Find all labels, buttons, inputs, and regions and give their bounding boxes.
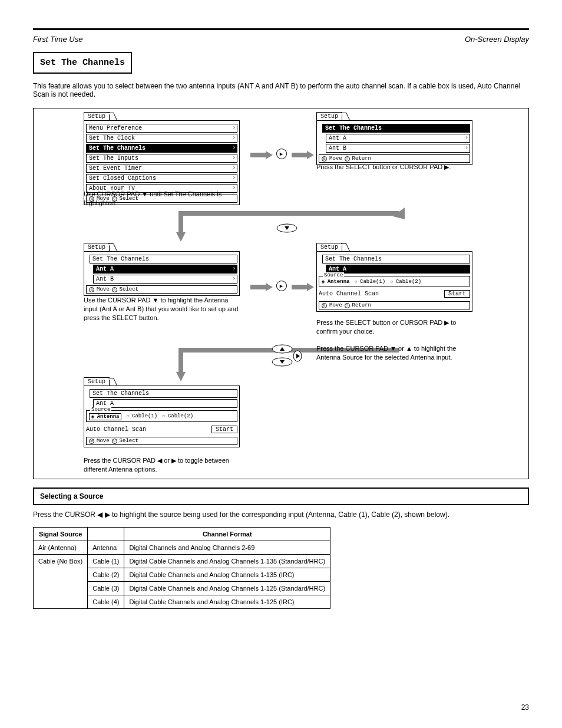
- svg-marker-6: [250, 283, 273, 291]
- arrow-right-icon: [250, 151, 273, 159]
- caption-3: Use the CURSOR PAD ▼ to highlight the An…: [84, 296, 240, 322]
- header-left: First Time Use: [33, 35, 82, 44]
- caption-1: Use CURSOR PAD ▼ until Set The Channels …: [84, 190, 240, 207]
- caption-4: Press the SELECT button or CURSOR PAD ▶ …: [316, 318, 472, 336]
- select-button-icon: ▶: [276, 281, 287, 291]
- svg-marker-3: [176, 232, 186, 242]
- source-table: Signal Source Channel Format Air (Antenn…: [33, 527, 330, 609]
- select-button-icon: ▶: [276, 149, 287, 159]
- caption-6: Press the CURSOR PAD ◀ or ▶ to toggle be…: [84, 456, 240, 474]
- cursor-down-icon: [272, 357, 293, 367]
- cursor-right-icon: [292, 350, 303, 362]
- arrow-right-icon: [250, 283, 273, 291]
- header-right: On-Screen Display: [465, 35, 529, 44]
- cursor-up-icon: [272, 344, 293, 354]
- osd-ant-a-detail: Setup Set The Channels Ant A Source Ante…: [316, 243, 472, 312]
- selecting-source-title: Selecting a Source: [33, 487, 529, 505]
- caption-2: Press the SELECT button or CURSOR PAD ▶.: [316, 163, 472, 172]
- selecting-source-text: Press the CURSOR ◀ ▶ to highlight the so…: [33, 510, 529, 520]
- flow-diagram: Setup Menu Preference› Set The Clock› Se…: [33, 108, 529, 479]
- intro-text: This feature allows you to select betwee…: [33, 82, 529, 98]
- osd-set-channels: Setup Set The Channels Ant A› Ant B› ⇅Mo…: [316, 112, 472, 165]
- cursor-down-icon: [276, 223, 297, 233]
- svg-marker-1: [292, 151, 314, 159]
- arrow-right-icon: [292, 283, 314, 291]
- section-title: Set The Channels: [33, 52, 132, 74]
- arrow-right-icon: [292, 151, 314, 159]
- osd-ant-a-source: Setup Set The Channels Ant A Source Ante…: [84, 377, 240, 447]
- page-number: 23: [521, 703, 529, 711]
- svg-marker-7: [292, 283, 314, 291]
- caption-5: Press the CURSOR PAD ▼ or ▲ to highlight…: [316, 344, 472, 362]
- osd-ant-select: Setup Set The Channels Ant A› Ant B› ⇅Mo…: [84, 243, 240, 296]
- svg-marker-0: [250, 151, 273, 159]
